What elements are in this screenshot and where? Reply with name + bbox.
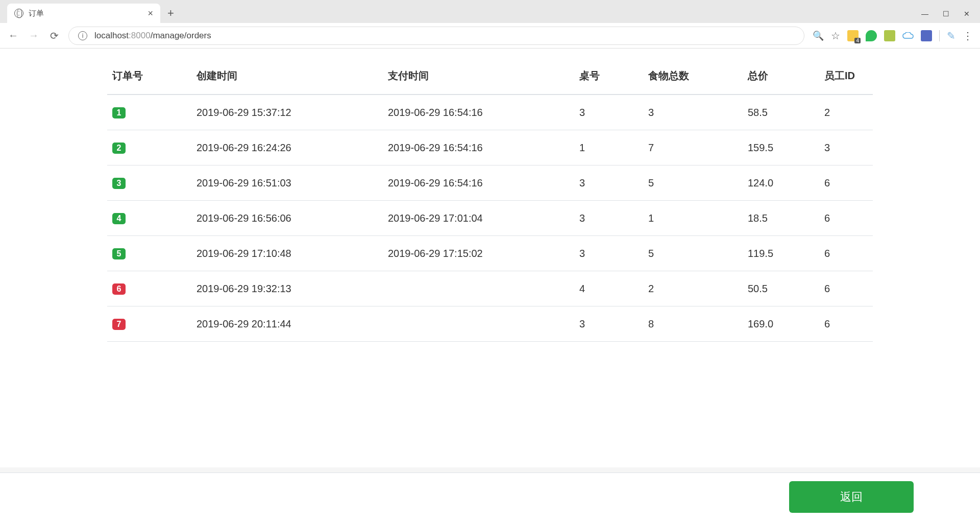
cell-price: 159.5 bbox=[743, 130, 819, 165]
cell-table-no: 1 bbox=[574, 130, 643, 165]
col-header-order-id: 订单号 bbox=[107, 58, 191, 94]
cell-price: 18.5 bbox=[743, 201, 819, 236]
cell-table-no: 3 bbox=[574, 94, 643, 130]
cell-table-no: 3 bbox=[574, 201, 643, 236]
forward-button[interactable]: → bbox=[28, 30, 40, 41]
page-content: 订单号 创建时间 支付时间 桌号 食物总数 总价 员工ID 12019-06-2… bbox=[0, 49, 980, 467]
tab-title: 订单 bbox=[29, 9, 142, 18]
cell-paid bbox=[383, 306, 574, 342]
col-header-price: 总价 bbox=[743, 58, 819, 94]
cell-created: 2019-06-29 15:37:12 bbox=[191, 94, 383, 130]
col-header-employee: 员工ID bbox=[819, 58, 873, 94]
url-text: localhost:8000/manage/orders bbox=[94, 31, 211, 41]
browser-toolbar: ← → ⟳ i localhost:8000/manage/orders 🔍 ☆… bbox=[0, 23, 980, 49]
cell-price: 169.0 bbox=[743, 306, 819, 342]
extension-green-icon[interactable] bbox=[884, 30, 895, 41]
col-header-created: 创建时间 bbox=[191, 58, 383, 94]
reload-button[interactable]: ⟳ bbox=[48, 30, 60, 42]
return-button[interactable]: 返回 bbox=[789, 481, 914, 513]
toolbar-right: 🔍 ☆ 4 ✎ ⋮ bbox=[813, 30, 973, 42]
cell-employee: 3 bbox=[819, 130, 873, 165]
extension-blue-icon[interactable] bbox=[921, 30, 932, 41]
cell-table-no: 4 bbox=[574, 271, 643, 306]
cell-paid: 2019-06-29 17:01:04 bbox=[383, 201, 574, 236]
orders-table: 订单号 创建时间 支付时间 桌号 食物总数 总价 员工ID 12019-06-2… bbox=[107, 58, 873, 342]
cell-table-no: 3 bbox=[574, 165, 643, 201]
order-id-badge: 6 bbox=[112, 283, 126, 295]
browser-menu-icon[interactable]: ⋮ bbox=[963, 30, 973, 42]
cell-food-total: 8 bbox=[643, 306, 743, 342]
cell-employee: 6 bbox=[819, 201, 873, 236]
zoom-icon[interactable]: 🔍 bbox=[813, 30, 824, 41]
cell-created: 2019-06-29 16:24:26 bbox=[191, 130, 383, 165]
cell-price: 58.5 bbox=[743, 94, 819, 130]
order-id-badge: 5 bbox=[112, 248, 126, 259]
order-id-badge: 3 bbox=[112, 178, 126, 189]
order-id-badge: 7 bbox=[112, 319, 126, 330]
cell-food-total: 5 bbox=[643, 236, 743, 271]
col-header-table-no: 桌号 bbox=[574, 58, 643, 94]
footer-bar: 返回 bbox=[0, 472, 980, 521]
cell-table-no: 3 bbox=[574, 236, 643, 271]
site-info-icon[interactable]: i bbox=[78, 31, 87, 40]
cell-employee: 6 bbox=[819, 165, 873, 201]
new-tab-button[interactable]: + bbox=[160, 4, 181, 23]
table-row[interactable]: 62019-06-29 19:32:134250.56 bbox=[107, 271, 873, 306]
cell-food-total: 2 bbox=[643, 271, 743, 306]
cell-created: 2019-06-29 16:51:03 bbox=[191, 165, 383, 201]
cell-price: 119.5 bbox=[743, 236, 819, 271]
cell-paid: 2019-06-29 16:54:16 bbox=[383, 165, 574, 201]
cell-employee: 6 bbox=[819, 306, 873, 342]
cell-food-total: 3 bbox=[643, 94, 743, 130]
cell-food-total: 1 bbox=[643, 201, 743, 236]
bookmark-star-icon[interactable]: ☆ bbox=[831, 30, 840, 42]
address-bar[interactable]: i localhost:8000/manage/orders bbox=[68, 27, 804, 45]
extension-feather-icon[interactable]: ✎ bbox=[947, 30, 955, 42]
cell-created: 2019-06-29 19:32:13 bbox=[191, 271, 383, 306]
cell-food-total: 7 bbox=[643, 130, 743, 165]
cell-created: 2019-06-29 16:56:06 bbox=[191, 201, 383, 236]
cell-table-no: 3 bbox=[574, 306, 643, 342]
extension-cloud-icon[interactable] bbox=[902, 30, 914, 41]
toolbar-separator bbox=[939, 30, 940, 41]
order-id-badge: 1 bbox=[112, 107, 126, 119]
window-close-icon[interactable]: ✕ bbox=[964, 10, 970, 18]
close-tab-icon[interactable]: × bbox=[148, 8, 153, 19]
cell-paid: 2019-06-29 16:54:16 bbox=[383, 130, 574, 165]
table-row[interactable]: 12019-06-29 15:37:122019-06-29 16:54:163… bbox=[107, 94, 873, 130]
table-row[interactable]: 52019-06-29 17:10:482019-06-29 17:15:023… bbox=[107, 236, 873, 271]
cell-paid: 2019-06-29 17:15:02 bbox=[383, 236, 574, 271]
col-header-food-total: 食物总数 bbox=[643, 58, 743, 94]
table-row[interactable]: 22019-06-29 16:24:262019-06-29 16:54:161… bbox=[107, 130, 873, 165]
globe-icon bbox=[14, 9, 23, 18]
window-maximize-icon[interactable]: ☐ bbox=[943, 10, 949, 18]
extension-translate-icon[interactable]: 4 bbox=[847, 30, 859, 41]
browser-tab[interactable]: 订单 × bbox=[7, 4, 160, 23]
back-button[interactable]: ← bbox=[7, 30, 19, 41]
table-row[interactable]: 32019-06-29 16:51:032019-06-29 16:54:163… bbox=[107, 165, 873, 201]
table-row[interactable]: 72019-06-29 20:11:4438169.06 bbox=[107, 306, 873, 342]
cell-created: 2019-06-29 20:11:44 bbox=[191, 306, 383, 342]
window-controls: — ☐ ✕ bbox=[921, 10, 976, 23]
table-row[interactable]: 42019-06-29 16:56:062019-06-29 17:01:043… bbox=[107, 201, 873, 236]
cell-price: 50.5 bbox=[743, 271, 819, 306]
cell-employee: 6 bbox=[819, 236, 873, 271]
table-header-row: 订单号 创建时间 支付时间 桌号 食物总数 总价 员工ID bbox=[107, 58, 873, 94]
order-id-badge: 2 bbox=[112, 143, 126, 154]
cell-food-total: 5 bbox=[643, 165, 743, 201]
extension-evernote-icon[interactable] bbox=[866, 30, 877, 41]
cell-paid bbox=[383, 271, 574, 306]
cell-employee: 2 bbox=[819, 94, 873, 130]
browser-tab-strip: 订单 × + — ☐ ✕ bbox=[0, 0, 980, 23]
cell-employee: 6 bbox=[819, 271, 873, 306]
window-minimize-icon[interactable]: — bbox=[921, 10, 928, 18]
order-id-badge: 4 bbox=[112, 213, 126, 224]
cell-paid: 2019-06-29 16:54:16 bbox=[383, 94, 574, 130]
col-header-paid: 支付时间 bbox=[383, 58, 574, 94]
cell-created: 2019-06-29 17:10:48 bbox=[191, 236, 383, 271]
cell-price: 124.0 bbox=[743, 165, 819, 201]
